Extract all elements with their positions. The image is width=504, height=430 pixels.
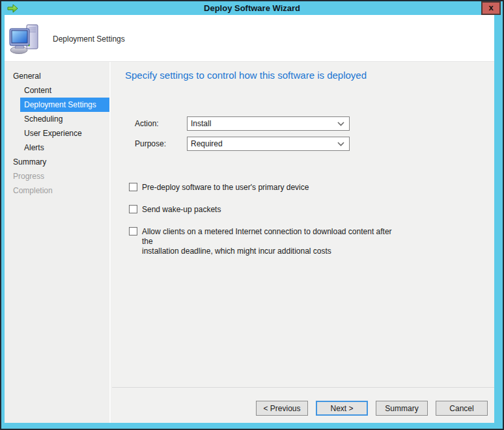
deploy-software-wizard-window: Deploy Software Wizard x [0,0,504,430]
wakeup-checkbox-row[interactable]: Send wake-up packets [112,205,485,215]
chevron-down-icon [337,142,344,146]
purpose-dropdown-value: Required [191,139,223,148]
nav-item-user-experience[interactable]: User Experience [5,126,109,141]
wizard-header: Deployment Settings [5,15,494,62]
client-area: Deployment Settings General Content Depl… [5,15,494,423]
wizard-body: General Content Deployment Settings Sche… [5,62,494,423]
metered-checkbox-row[interactable]: Allow clients on a metered Internet conn… [112,227,485,256]
purpose-dropdown[interactable]: Required [187,137,350,151]
button-row: < Previous Next > Summary Cancel [256,401,488,416]
action-label: Action: [135,116,159,131]
content-panel: Specify settings to control how this sof… [112,62,494,423]
chevron-down-icon [337,122,344,126]
action-dropdown[interactable]: Install [187,116,350,131]
nav-item-deployment-settings[interactable]: Deployment Settings [20,98,109,112]
header-page-title: Deployment Settings [53,34,125,44]
button-bar: < Previous Next > Summary Cancel [112,388,494,423]
nav-item-content[interactable]: Content [5,83,109,98]
content-main: Specify settings to control how this sof… [112,62,494,388]
close-icon[interactable]: x [481,1,501,15]
nav-item-summary[interactable]: Summary [5,155,109,169]
wakeup-checkbox[interactable] [129,205,137,213]
nav-item-progress: Progress [5,169,109,183]
cancel-button[interactable]: Cancel [436,401,488,416]
predeploy-checkbox-label: Pre-deploy software to the user's primar… [142,183,402,193]
nav-item-general[interactable]: General [5,69,109,83]
action-dropdown-value: Install [191,119,211,128]
nav-item-alerts[interactable]: Alerts [5,141,109,155]
action-field-row: Action: Install [112,116,494,131]
purpose-label: Purpose: [135,137,166,151]
summary-button[interactable]: Summary [376,401,428,416]
predeploy-checkbox-row[interactable]: Pre-deploy software to the user's primar… [112,183,485,193]
nav-item-scheduling[interactable]: Scheduling [5,112,109,126]
title-bar: Deploy Software Wizard x [1,1,503,15]
computer-icon [8,22,41,55]
previous-button[interactable]: < Previous [256,401,308,416]
window-title: Deploy Software Wizard [1,1,503,15]
page-title: Specify settings to control how this sof… [125,70,367,81]
wakeup-checkbox-label: Send wake-up packets [142,205,402,215]
predeploy-checkbox[interactable] [129,183,137,191]
metered-checkbox[interactable] [129,227,137,235]
purpose-field-row: Purpose: Required [112,137,494,151]
nav-item-completion: Completion [5,183,109,198]
next-button[interactable]: Next > [316,401,368,416]
wizard-nav: General Content Deployment Settings Sche… [5,62,111,423]
metered-checkbox-label: Allow clients on a metered Internet conn… [142,227,402,256]
